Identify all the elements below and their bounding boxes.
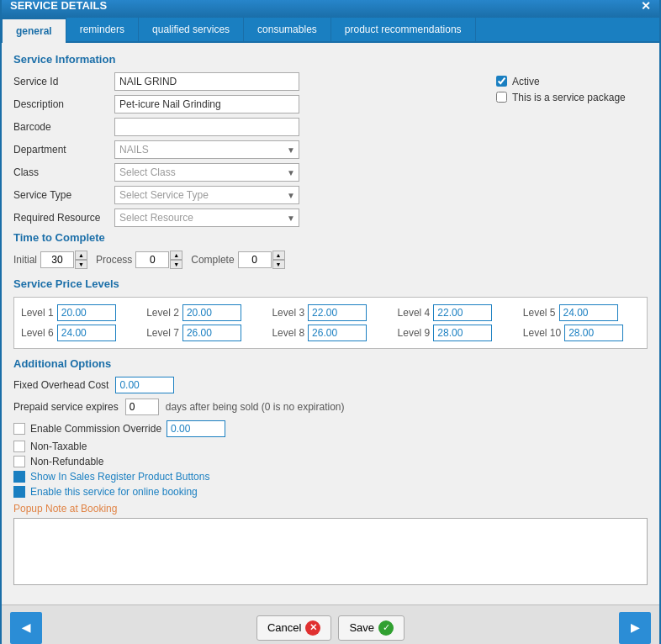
enable-booking-label: Enable this service for online booking	[30, 486, 198, 498]
price-label-4: Level 4	[398, 307, 431, 319]
price-input-2[interactable]	[182, 304, 241, 321]
tab-qualified-services[interactable]: qualified services	[139, 18, 244, 41]
footer-actions: Cancel ✕ Save ✓	[256, 615, 405, 641]
complete-input[interactable]	[238, 251, 272, 268]
package-checkbox[interactable]	[496, 92, 507, 103]
required-resource-label: Required Resource	[13, 212, 114, 224]
price-label-2: Level 2	[146, 307, 179, 319]
price-label-8: Level 8	[272, 327, 304, 339]
complete-up-btn[interactable]: ▲	[272, 251, 285, 260]
service-id-input[interactable]	[114, 72, 299, 91]
price-input-6[interactable]	[57, 325, 116, 341]
non-taxable-checkbox[interactable]	[13, 441, 25, 452]
department-select-wrap: NAILS	[114, 140, 299, 159]
next-button[interactable]: ▶	[619, 612, 651, 644]
price-input-3[interactable]	[308, 304, 367, 321]
price-input-10[interactable]	[564, 325, 623, 341]
tab-consumables[interactable]: consumables	[244, 18, 331, 41]
prev-icon: ◀	[22, 621, 30, 634]
price-input-9[interactable]	[433, 325, 492, 341]
description-row: Description	[13, 95, 479, 113]
show-sales-checkbox[interactable]	[13, 471, 25, 483]
show-sales-row: Show In Sales Register Product Buttons	[13, 471, 648, 483]
service-type-label: Service Type	[13, 189, 114, 201]
required-resource-select[interactable]: Select Resource	[114, 209, 299, 227]
price-level-9: Level 9	[398, 325, 515, 341]
initial-up-btn[interactable]: ▲	[75, 251, 87, 260]
price-input-4[interactable]	[433, 304, 492, 321]
commission-checkbox-sq[interactable]	[13, 423, 25, 435]
service-info-title: Service Information	[13, 53, 648, 66]
price-level-2: Level 2	[146, 304, 263, 321]
process-down-btn[interactable]: ▼	[170, 260, 182, 269]
price-label-3: Level 3	[272, 307, 304, 319]
class-label: Class	[13, 166, 114, 178]
tab-bar: general reminders qualified services con…	[2, 18, 659, 43]
price-input-8[interactable]	[308, 325, 367, 341]
save-button[interactable]: Save ✓	[338, 615, 405, 641]
tab-product-recommendations[interactable]: product recommendations	[331, 18, 476, 41]
prev-button[interactable]: ◀	[10, 612, 42, 644]
price-label-7: Level 7	[146, 327, 179, 339]
service-type-select-wrap: Select Service Type	[114, 186, 299, 204]
service-type-select[interactable]: Select Service Type	[114, 186, 299, 204]
complete-field: Complete ▲ ▼	[191, 251, 284, 269]
overhead-input[interactable]	[115, 377, 174, 393]
close-button[interactable]: ✕	[641, 0, 651, 13]
popup-textarea[interactable]	[13, 518, 648, 585]
complete-spinner: ▲ ▼	[238, 251, 285, 269]
price-input-5[interactable]	[559, 304, 618, 321]
non-refundable-checkbox[interactable]	[13, 456, 25, 467]
price-level-4: Level 4	[398, 304, 515, 321]
prepaid-input[interactable]	[125, 399, 159, 415]
commission-row: Enable Commission Override	[13, 420, 648, 437]
complete-label: Complete	[191, 254, 234, 266]
price-level-5: Level 5	[523, 304, 640, 321]
price-level-3: Level 3	[272, 304, 389, 321]
enable-booking-checkbox[interactable]	[13, 486, 25, 498]
price-input-7[interactable]	[182, 325, 241, 341]
active-label: Active	[512, 76, 540, 87]
initial-down-btn[interactable]: ▼	[75, 260, 87, 269]
price-input-1[interactable]	[57, 304, 116, 321]
top-area: Service Id Description Barcode Departmen…	[13, 72, 648, 231]
non-taxable-label: Non-Taxable	[30, 441, 87, 452]
non-refundable-label: Non-Refundable	[30, 456, 103, 467]
commission-input[interactable]	[167, 420, 225, 437]
time-section: Time to Complete Initial ▲ ▼ Process	[13, 231, 648, 269]
class-select[interactable]: Select Class	[114, 163, 299, 182]
cancel-label: Cancel	[267, 621, 301, 634]
complete-down-btn[interactable]: ▼	[272, 260, 285, 269]
prepaid-suffix: days after being sold (0 is no expiratio…	[166, 401, 345, 413]
price-label-10: Level 10	[523, 327, 561, 339]
department-label: Department	[13, 144, 114, 156]
price-grid: Level 1 Level 2 Level 3 Level 4 Level 5	[13, 297, 648, 349]
barcode-input[interactable]	[114, 118, 299, 136]
barcode-label: Barcode	[13, 121, 114, 133]
initial-input[interactable]	[40, 251, 74, 268]
tab-reminders[interactable]: reminders	[66, 18, 139, 41]
price-section: Service Price Levels Level 1 Level 2 Lev…	[13, 277, 648, 349]
time-section-title: Time to Complete	[13, 231, 648, 244]
overhead-row: Fixed Overhead Cost	[13, 377, 648, 393]
price-label-5: Level 5	[523, 307, 556, 319]
save-label: Save	[349, 621, 374, 634]
class-row: Class Select Class	[13, 163, 479, 182]
cancel-icon: ✕	[305, 620, 320, 636]
cancel-button[interactable]: Cancel ✕	[256, 615, 331, 641]
class-select-wrap: Select Class	[114, 163, 299, 182]
department-select[interactable]: NAILS	[114, 140, 299, 159]
price-level-7: Level 7	[146, 325, 263, 341]
initial-label: Initial	[13, 254, 37, 266]
tab-general[interactable]: general	[2, 18, 66, 43]
price-label-6: Level 6	[21, 327, 54, 339]
barcode-row: Barcode	[13, 118, 479, 136]
active-checkbox[interactable]	[496, 76, 507, 87]
service-details-window: SERVICE DETAILS ✕ general reminders qual…	[0, 0, 661, 644]
description-input[interactable]	[114, 95, 299, 113]
process-input[interactable]	[135, 251, 169, 268]
package-label: This is a service package	[512, 92, 626, 103]
process-up-btn[interactable]: ▲	[170, 251, 182, 260]
active-row: Active	[496, 76, 648, 87]
required-resource-select-wrap: Select Resource	[114, 209, 299, 227]
